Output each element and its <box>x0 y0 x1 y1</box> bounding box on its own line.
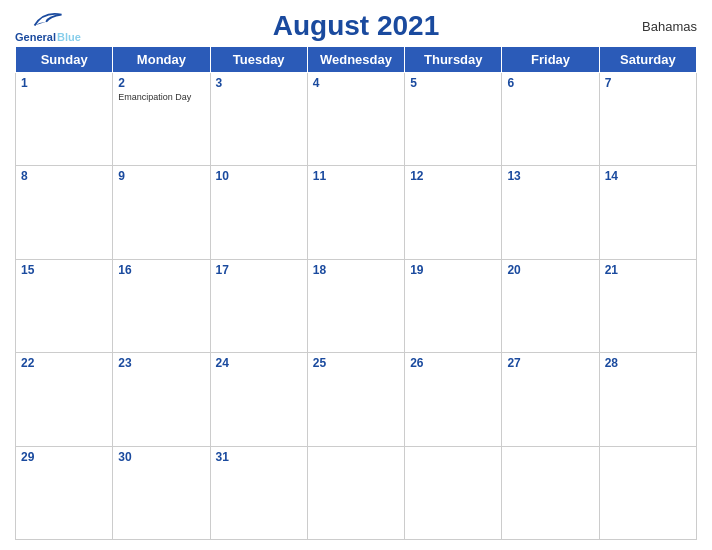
table-row <box>599 446 696 539</box>
table-row: 19 <box>405 259 502 352</box>
header-friday: Friday <box>502 47 599 73</box>
table-row: 1 <box>16 73 113 166</box>
table-row: 21 <box>599 259 696 352</box>
day-number: 11 <box>313 169 399 183</box>
logo-general: General <box>15 31 56 43</box>
day-number: 21 <box>605 263 691 277</box>
day-number: 14 <box>605 169 691 183</box>
holiday-label: Emancipation Day <box>118 92 204 102</box>
day-number: 10 <box>216 169 302 183</box>
day-number: 27 <box>507 356 593 370</box>
table-row: 26 <box>405 353 502 446</box>
day-number: 8 <box>21 169 107 183</box>
day-number: 17 <box>216 263 302 277</box>
logo-blue: Blue <box>57 31 81 43</box>
day-number: 30 <box>118 450 204 464</box>
day-number: 4 <box>313 76 399 90</box>
header-monday: Monday <box>113 47 210 73</box>
day-number: 24 <box>216 356 302 370</box>
day-number: 13 <box>507 169 593 183</box>
table-row: 7 <box>599 73 696 166</box>
table-row: 2Emancipation Day <box>113 73 210 166</box>
table-row: 17 <box>210 259 307 352</box>
calendar-week-row: 12Emancipation Day34567 <box>16 73 697 166</box>
table-row: 23 <box>113 353 210 446</box>
table-row: 22 <box>16 353 113 446</box>
logo-icon <box>30 9 66 31</box>
table-row: 5 <box>405 73 502 166</box>
day-number: 18 <box>313 263 399 277</box>
table-row: 29 <box>16 446 113 539</box>
table-row: 9 <box>113 166 210 259</box>
day-number: 25 <box>313 356 399 370</box>
table-row: 24 <box>210 353 307 446</box>
header-thursday: Thursday <box>405 47 502 73</box>
table-row: 6 <box>502 73 599 166</box>
day-number: 7 <box>605 76 691 90</box>
table-row: 13 <box>502 166 599 259</box>
header-wednesday: Wednesday <box>307 47 404 73</box>
table-row: 14 <box>599 166 696 259</box>
day-number: 31 <box>216 450 302 464</box>
table-row: 31 <box>210 446 307 539</box>
table-row: 20 <box>502 259 599 352</box>
table-row: 4 <box>307 73 404 166</box>
header-tuesday: Tuesday <box>210 47 307 73</box>
day-number: 20 <box>507 263 593 277</box>
day-number: 15 <box>21 263 107 277</box>
header-sunday: Sunday <box>16 47 113 73</box>
calendar-week-row: 15161718192021 <box>16 259 697 352</box>
table-row: 12 <box>405 166 502 259</box>
table-row: 18 <box>307 259 404 352</box>
table-row: 8 <box>16 166 113 259</box>
calendar-week-row: 293031 <box>16 446 697 539</box>
header-saturday: Saturday <box>599 47 696 73</box>
calendar-week-row: 891011121314 <box>16 166 697 259</box>
day-number: 29 <box>21 450 107 464</box>
calendar-week-row: 22232425262728 <box>16 353 697 446</box>
day-number: 22 <box>21 356 107 370</box>
day-number: 19 <box>410 263 496 277</box>
country-label: Bahamas <box>642 19 697 34</box>
day-number: 3 <box>216 76 302 90</box>
day-number: 16 <box>118 263 204 277</box>
table-row: 3 <box>210 73 307 166</box>
day-number: 1 <box>21 76 107 90</box>
day-number: 9 <box>118 169 204 183</box>
table-row <box>405 446 502 539</box>
table-row: 28 <box>599 353 696 446</box>
table-row: 25 <box>307 353 404 446</box>
weekday-header-row: Sunday Monday Tuesday Wednesday Thursday… <box>16 47 697 73</box>
day-number: 23 <box>118 356 204 370</box>
day-number: 5 <box>410 76 496 90</box>
page-title: August 2021 <box>273 10 440 42</box>
calendar-header: General Blue August 2021 Bahamas <box>15 10 697 42</box>
table-row: 16 <box>113 259 210 352</box>
table-row <box>307 446 404 539</box>
table-row: 15 <box>16 259 113 352</box>
calendar-table: Sunday Monday Tuesday Wednesday Thursday… <box>15 46 697 540</box>
day-number: 12 <box>410 169 496 183</box>
logo: General Blue <box>15 9 81 43</box>
table-row: 10 <box>210 166 307 259</box>
table-row: 27 <box>502 353 599 446</box>
day-number: 6 <box>507 76 593 90</box>
table-row: 11 <box>307 166 404 259</box>
day-number: 28 <box>605 356 691 370</box>
day-number: 26 <box>410 356 496 370</box>
table-row: 30 <box>113 446 210 539</box>
day-number: 2 <box>118 76 204 90</box>
table-row <box>502 446 599 539</box>
